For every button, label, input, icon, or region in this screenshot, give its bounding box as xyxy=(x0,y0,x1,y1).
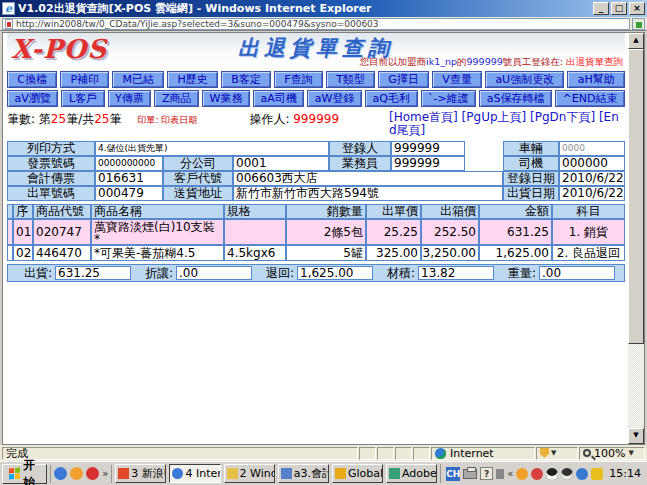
weight-value[interactable]: .00 xyxy=(539,266,615,280)
zoom-dropdown-icon[interactable]: ▼ xyxy=(628,449,633,457)
restore-button[interactable]: □ xyxy=(611,2,627,15)
messenger-icon[interactable] xyxy=(70,467,83,480)
button-voucher[interactable]: Y傳票 xyxy=(108,90,152,107)
task-accounting[interactable]: a3.會計... xyxy=(278,464,329,483)
uc-face-icon[interactable] xyxy=(516,468,528,480)
button-margin[interactable]: aQ毛利 xyxy=(365,90,417,107)
invoice-value[interactable]: 0000000000 xyxy=(95,156,163,171)
hide-icons-chevron[interactable]: « xyxy=(507,468,513,479)
go-button[interactable] xyxy=(632,18,645,30)
button-query[interactable]: F查詢 xyxy=(274,71,323,88)
row2-product-name[interactable]: *可果美-蕃茄糊4.5 xyxy=(91,245,224,261)
button-save-export[interactable]: aS保存轉檔 xyxy=(479,90,552,107)
scroll-down-icon[interactable]: ▼ xyxy=(628,428,644,444)
button-customer[interactable]: L客戶 xyxy=(61,90,104,107)
title-bar[interactable]: e V1.02出退貨查詢[X-POS 雲端網] - Windows Intern… xyxy=(0,0,647,17)
address-value[interactable]: 新竹市新竹市西大路594號 xyxy=(233,186,503,201)
acct-voucher-value[interactable]: 016631 xyxy=(95,171,163,186)
ime-indicator[interactable]: CH xyxy=(446,467,460,481)
row1-subject[interactable]: 1. 銷貨 xyxy=(552,219,625,245)
button-product[interactable]: Z商品 xyxy=(154,90,199,107)
print-mode-value[interactable]: 4.儲位(出貨先單) xyxy=(95,141,329,156)
row1-qty[interactable]: 2條5包 xyxy=(286,219,366,245)
button-force-edit[interactable]: aU強制更改 xyxy=(485,71,564,88)
button-customer-order[interactable]: B客定 xyxy=(221,71,271,88)
row1-seq[interactable]: 01 xyxy=(13,219,33,245)
msn-face-icon[interactable] xyxy=(531,468,543,480)
branch-value[interactable]: 0001 xyxy=(233,156,329,171)
driver-value[interactable]: 000000 xyxy=(559,156,625,171)
order-no-value[interactable]: 000479 xyxy=(95,186,163,201)
task-internet-explorer[interactable]: 4 Inter...▼ xyxy=(169,464,220,483)
scrollbar-thumb[interactable] xyxy=(628,49,644,344)
button-browse[interactable]: aV瀏覽 xyxy=(7,90,58,107)
task-globals[interactable]: GlobalS... xyxy=(332,464,383,483)
address-field[interactable]: http://win2008/tw/0_CData/YiJie.asp?sele… xyxy=(2,18,630,30)
button-driver[interactable]: aA司機 xyxy=(253,90,304,107)
toolbar-row-2: aV瀏覽 L客戶 Y傳票 Z商品 W業務 aA司機 aW登錄 aQ毛利 `->維… xyxy=(7,90,625,107)
registrant-value[interactable]: 999999 xyxy=(391,141,465,156)
button-login[interactable]: aW登錄 xyxy=(307,90,362,107)
vehicle-value[interactable]: 0000 xyxy=(559,141,625,156)
row1-box-price[interactable]: 252.50 xyxy=(421,219,479,245)
button-reprint[interactable]: P補印 xyxy=(60,71,109,88)
qq-penguin-icon[interactable] xyxy=(546,468,558,480)
blue-app-icon[interactable] xyxy=(576,468,588,480)
button-pick-date[interactable]: G擇日 xyxy=(378,71,429,88)
row2-unit-price[interactable]: 325.00 xyxy=(366,245,421,261)
row2-spec[interactable]: 4.5kgx6 xyxy=(224,245,286,261)
discount-value[interactable]: .00 xyxy=(176,266,252,280)
page-nav-links[interactable]: [Home首頁] [PgUp上頁] [PgDn下頁] [End尾頁] xyxy=(389,111,625,137)
row2-product-code[interactable]: 446470 xyxy=(33,245,91,261)
minimize-button[interactable]: _ xyxy=(593,2,609,15)
button-closed[interactable]: M已結 xyxy=(112,71,164,88)
qq-icon[interactable] xyxy=(86,467,99,480)
button-check-qty[interactable]: V查量 xyxy=(432,71,482,88)
row1-unit-price[interactable]: 25.25 xyxy=(366,219,421,245)
button-help[interactable]: aH幫助 xyxy=(567,71,625,88)
qq-penguin-icon-2[interactable] xyxy=(561,468,573,480)
taskbar-clock[interactable]: 15:14 xyxy=(609,467,641,480)
button-history[interactable]: H歷史 xyxy=(167,71,218,88)
row2-qty[interactable]: 5罐 xyxy=(286,245,366,261)
salesman-value[interactable]: 999999 xyxy=(391,156,465,171)
start-button[interactable]: 开始 xyxy=(2,464,47,484)
protected-dropdown-icon[interactable]: ▼ xyxy=(551,449,556,457)
row1-product-name[interactable]: 萬寶路淡煙(白)10支裝 * xyxy=(91,219,224,245)
protected-mode-pane[interactable]: ▼ xyxy=(536,447,578,460)
ie-icon[interactable] xyxy=(54,467,67,480)
button-maintain[interactable]: `->維護 xyxy=(421,90,477,107)
row2-amount[interactable]: 1,625.00 xyxy=(479,245,552,261)
row2-box-price[interactable]: 3,250.00 xyxy=(421,245,479,261)
printer-icon[interactable] xyxy=(463,469,477,479)
help-icon[interactable]: ? xyxy=(480,467,493,480)
row1-amount[interactable]: 631.25 xyxy=(479,219,552,245)
security-shield-icon[interactable] xyxy=(591,468,603,480)
quick-launch-overflow-icon[interactable]: » xyxy=(102,468,108,479)
row1-product-code[interactable]: 020747 xyxy=(33,219,91,245)
scroll-up-icon[interactable]: ▲ xyxy=(628,33,644,49)
row2-seq[interactable]: 02 xyxy=(13,245,33,261)
button-change-file[interactable]: C換檔 xyxy=(7,71,57,88)
volume-value[interactable]: 13.82 xyxy=(418,266,494,280)
close-button[interactable]: × xyxy=(629,2,645,15)
return-value[interactable]: 1,625.00 xyxy=(297,266,373,280)
row2-subject[interactable]: 2. 良品退回 xyxy=(552,245,625,261)
volume-icon[interactable] xyxy=(496,469,504,479)
button-type[interactable]: T類型 xyxy=(326,71,375,88)
row1-spec[interactable] xyxy=(224,219,286,245)
login-notice-text2: 的 xyxy=(457,56,467,67)
address-url[interactable]: http://win2008/tw/0_CData/YiJie.asp?sele… xyxy=(16,19,379,29)
task-sina-uc[interactable]: 3 新浪UC▼ xyxy=(115,464,166,483)
reg-date-value[interactable]: 2010/6/22 xyxy=(559,171,625,186)
button-sales[interactable]: W業務 xyxy=(202,90,250,107)
vertical-scrollbar[interactable]: ▲ ▼ xyxy=(628,33,644,444)
weight-label: 重量: xyxy=(494,265,539,282)
task-adobe[interactable]: Adobe D... xyxy=(386,464,437,483)
task-windows-explorer[interactable]: 2 Windo...▼ xyxy=(224,464,275,483)
zoom-pane[interactable]: 100% ▼ xyxy=(579,447,645,460)
ship-date-value[interactable]: 2010/6/22 xyxy=(559,186,625,201)
shipment-value[interactable]: 631.25 xyxy=(55,266,131,280)
button-end[interactable]: ^END結束 xyxy=(555,90,625,107)
customer-code-value[interactable]: 006603西大店 xyxy=(233,171,503,186)
